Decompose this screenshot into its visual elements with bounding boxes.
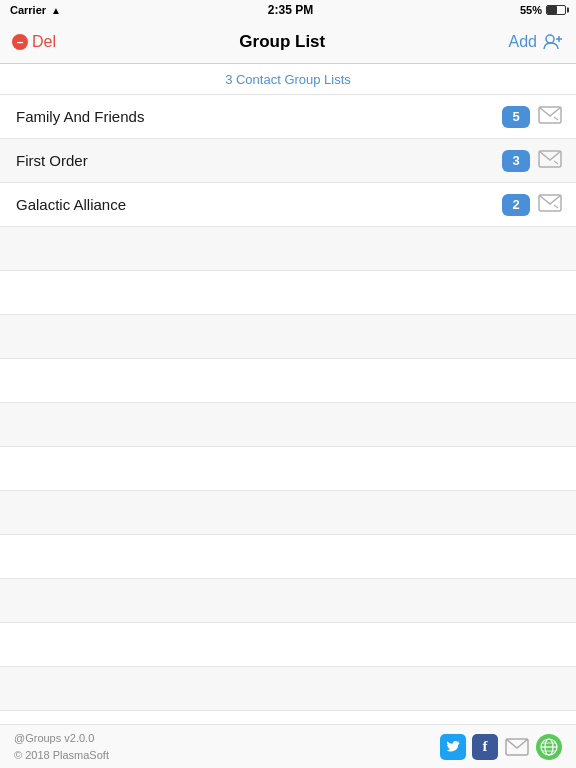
status-time: 2:35 PM bbox=[268, 3, 313, 17]
empty-row bbox=[0, 271, 576, 315]
list-item[interactable]: First Order 3 bbox=[0, 139, 576, 183]
status-right: 55% bbox=[520, 4, 566, 16]
twitter-icon[interactable] bbox=[440, 734, 466, 760]
email-chevron-icon[interactable] bbox=[538, 106, 562, 127]
battery-icon bbox=[546, 5, 566, 15]
del-label: Del bbox=[32, 33, 56, 51]
empty-row bbox=[0, 359, 576, 403]
group-name: Galactic Alliance bbox=[16, 196, 126, 213]
count-badge: 5 bbox=[502, 106, 530, 128]
empty-row bbox=[0, 447, 576, 491]
add-label: Add bbox=[509, 33, 537, 51]
subtitle-bar: 3 Contact Group Lists bbox=[0, 64, 576, 95]
groups-list: Family And Friends 5 First Order 3 bbox=[0, 95, 576, 755]
del-button[interactable]: Del bbox=[12, 33, 56, 51]
list-item[interactable]: Family And Friends 5 bbox=[0, 95, 576, 139]
facebook-icon[interactable]: f bbox=[472, 734, 498, 760]
app-version: @Groups v2.0.0 bbox=[14, 730, 109, 747]
list-item-right: 2 bbox=[502, 194, 562, 216]
empty-row bbox=[0, 227, 576, 271]
group-name: Family And Friends bbox=[16, 108, 144, 125]
email-chevron-icon[interactable] bbox=[538, 150, 562, 171]
copyright: © 2018 PlasmaSoft bbox=[14, 747, 109, 764]
empty-row bbox=[0, 623, 576, 667]
list-item[interactable]: Galactic Alliance 2 bbox=[0, 183, 576, 227]
add-people-icon bbox=[542, 31, 564, 53]
nav-bar: Del Group List Add bbox=[0, 20, 576, 64]
globe-icon[interactable] bbox=[536, 734, 562, 760]
svg-point-0 bbox=[546, 35, 554, 43]
empty-row bbox=[0, 667, 576, 711]
footer-text: @Groups v2.0.0 © 2018 PlasmaSoft bbox=[14, 730, 109, 763]
list-item-right: 5 bbox=[502, 106, 562, 128]
group-name: First Order bbox=[16, 152, 88, 169]
contact-lists-count: 3 Contact Group Lists bbox=[225, 72, 351, 87]
footer: @Groups v2.0.0 © 2018 PlasmaSoft f bbox=[0, 724, 576, 768]
empty-row bbox=[0, 403, 576, 447]
battery-percent: 55% bbox=[520, 4, 542, 16]
count-badge: 2 bbox=[502, 194, 530, 216]
empty-row bbox=[0, 535, 576, 579]
list-item-right: 3 bbox=[502, 150, 562, 172]
empty-row bbox=[0, 315, 576, 359]
empty-row bbox=[0, 491, 576, 535]
del-circle-icon bbox=[12, 34, 28, 50]
add-button[interactable]: Add bbox=[509, 31, 564, 53]
count-badge: 3 bbox=[502, 150, 530, 172]
email-chevron-icon[interactable] bbox=[538, 194, 562, 215]
carrier-label: Carrier bbox=[10, 4, 46, 16]
email-social-icon[interactable] bbox=[504, 734, 530, 760]
nav-title: Group List bbox=[239, 32, 325, 52]
social-links: f bbox=[440, 734, 562, 760]
wifi-icon: ▲ bbox=[51, 5, 61, 16]
empty-row bbox=[0, 579, 576, 623]
status-bar: Carrier ▲ 2:35 PM 55% bbox=[0, 0, 576, 20]
status-left: Carrier ▲ bbox=[10, 4, 61, 16]
